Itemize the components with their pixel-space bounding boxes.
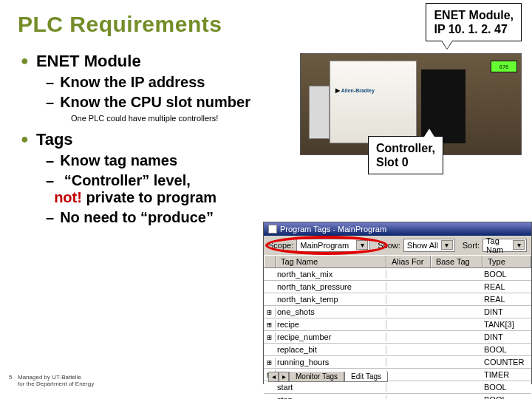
col-aliasfor[interactable]: Alias For	[386, 256, 431, 267]
cell-tagname: replace_bit	[276, 345, 386, 354]
program-tags-window: Program Tags - MainProgram Scope: MainPr…	[263, 222, 532, 384]
col-type[interactable]: Type	[482, 256, 531, 267]
table-row[interactable]: north_tank_pressureREAL	[264, 281, 531, 293]
cell-tagname: recipe	[276, 320, 386, 329]
window-titlebar[interactable]: Program Tags - MainProgram	[264, 222, 531, 236]
photo-brand: ▶ Allen-Bradley	[335, 87, 375, 94]
expand-toggle[interactable]: ⊞	[264, 320, 276, 330]
photo-led: 078	[491, 61, 517, 72]
page-number: 5	[9, 374, 12, 381]
show-select[interactable]: Show All	[403, 239, 455, 252]
table-row[interactable]: ⊞one_shotsDINT	[264, 306, 531, 318]
col-basetag[interactable]: Base Tag	[431, 256, 482, 267]
cell-tagname: north_tank_pressure	[276, 282, 386, 291]
cell-tagname: north_tank_temp	[276, 295, 386, 304]
cell-type: BOOL	[482, 395, 531, 399]
cell-type: TIMER	[482, 370, 531, 379]
cell-type: BOOL	[482, 383, 531, 392]
col-tagname[interactable]: Tag Name	[276, 256, 386, 267]
callout-controller: Controller, Slot 0	[368, 136, 443, 174]
table-row[interactable]: stopBOOL	[264, 394, 531, 399]
expand-toggle[interactable]: ⊞	[264, 358, 276, 367]
expand-toggle[interactable]: ⊞	[264, 307, 276, 317]
tab-scroll-left[interactable]: ◂	[268, 372, 279, 382]
sort-select[interactable]: Tag Nam	[482, 239, 527, 252]
footer-text: Managed by UT-Battelle for the Departmen…	[18, 374, 94, 387]
grid-header: Tag Name Alias For Base Tag Type	[264, 255, 531, 268]
cell-tagname: one_shots	[276, 307, 386, 316]
expand-toggle[interactable]: ⊞	[264, 332, 276, 342]
cell-type: REAL	[482, 282, 531, 291]
table-row[interactable]: ⊞recipe_numberDINT	[264, 331, 531, 344]
cell-tagname: start	[276, 383, 386, 392]
window-title: Program Tags - MainProgram	[280, 225, 386, 233]
photo-enet-module	[309, 86, 330, 139]
table-row[interactable]: ⊞recipeTANK[3]	[264, 318, 531, 331]
footer: 5 Managed by UT-Battelle for the Departm…	[18, 374, 94, 387]
bullet-controller-level: “Controller” level, not! private to prog…	[46, 172, 532, 206]
cell-type: DINT	[482, 307, 531, 316]
cell-type: REAL	[482, 295, 531, 304]
photo-cabinet	[330, 61, 417, 143]
cell-type: BOOL	[482, 345, 531, 354]
callout-enet: ENET Module, IP 10. 1. 2. 47	[426, 3, 522, 41]
emphasis-not: not!	[54, 189, 82, 205]
callout-controller-text: Controller, Slot 0	[376, 142, 435, 168]
tab-scroll-right[interactable]: ▸	[279, 372, 289, 382]
table-row[interactable]: north_tank_tempREAL	[264, 293, 531, 306]
window-icon	[268, 225, 277, 233]
tab-monitor-tags[interactable]: Monitor Tags	[289, 372, 344, 382]
bottom-tabs: ◂ ▸ Monitor Tags Edit Tags	[268, 372, 388, 382]
cell-tagname: recipe_number	[276, 332, 386, 341]
cell-type: COUNTER	[482, 358, 531, 366]
callout-enet-text: ENET Module, IP 10. 1. 2. 47	[434, 9, 514, 35]
sort-label: Sort:	[463, 241, 480, 250]
slide: PLC Requirements ENET Module, IP 10. 1. …	[0, 0, 532, 399]
cell-type: TANK[3]	[482, 320, 531, 329]
table-row[interactable]: ⊞running_hoursCOUNTER	[264, 356, 531, 369]
highlight-scope-circle	[265, 236, 388, 255]
table-row[interactable]: replace_bitBOOL	[264, 344, 531, 356]
table-row[interactable]: north_tank_mixBOOL	[264, 268, 531, 281]
cell-tagname: running_hours	[276, 358, 386, 366]
cell-type: BOOL	[482, 270, 531, 279]
tab-edit-tags[interactable]: Edit Tags	[344, 372, 388, 382]
cell-tagname: north_tank_mix	[276, 270, 386, 279]
cell-tagname: stop	[276, 395, 386, 399]
table-row[interactable]: startBOOL	[264, 381, 531, 394]
cell-type: DINT	[482, 332, 531, 341]
